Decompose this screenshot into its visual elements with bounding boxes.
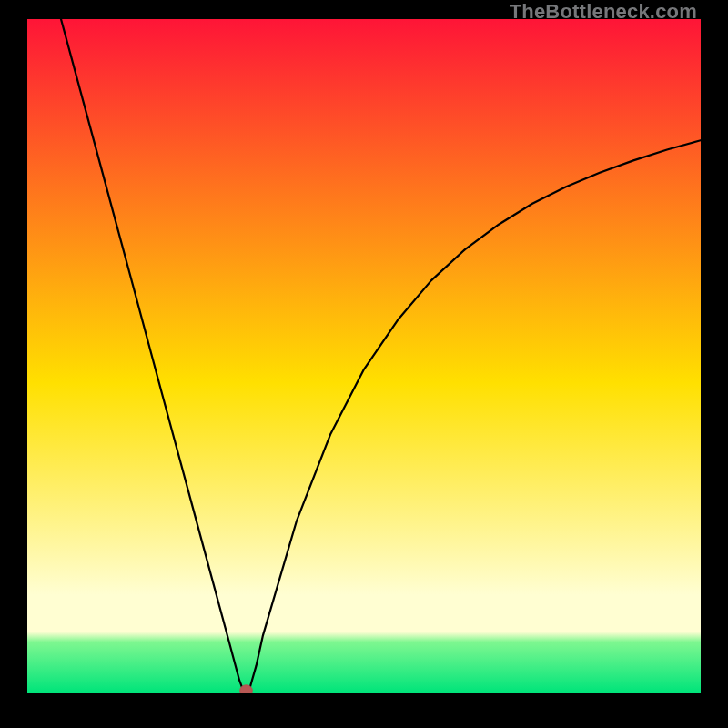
optimum-marker xyxy=(240,685,253,693)
chart-svg xyxy=(27,19,701,693)
gradient-background xyxy=(27,19,701,693)
chart-frame xyxy=(27,19,701,693)
